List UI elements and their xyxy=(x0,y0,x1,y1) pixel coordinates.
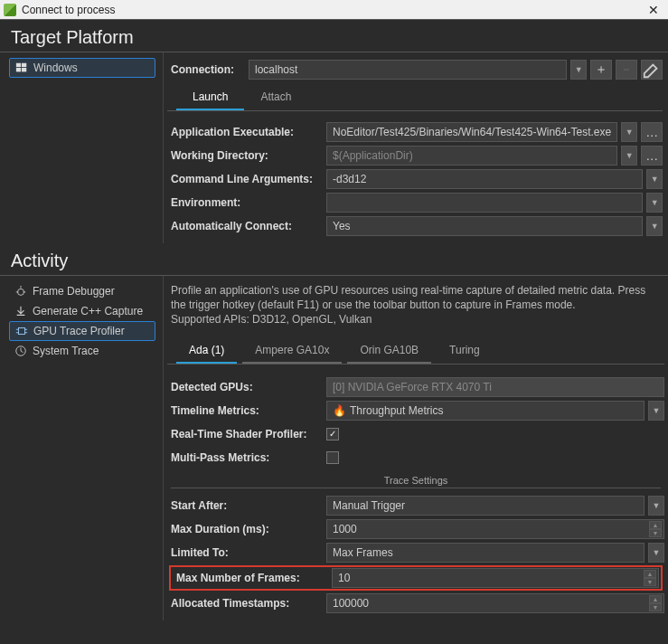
dropdown-arrow-icon[interactable]: ▼ xyxy=(570,60,587,80)
max-frames-input[interactable]: 10 ▲▼ xyxy=(332,568,659,588)
platform-windows[interactable]: Windows xyxy=(9,58,155,78)
limited-to-value: Max Frames xyxy=(333,546,393,559)
dropdown-arrow-icon[interactable]: ▼ xyxy=(621,146,637,166)
env-input[interactable] xyxy=(326,193,643,213)
start-after-dropdown[interactable]: Manual Trigger xyxy=(326,496,644,516)
gpu-tab-ampere[interactable]: Ampere GA10x xyxy=(242,338,342,364)
multipass-checkbox[interactable] xyxy=(326,451,339,464)
spin-up-icon[interactable]: ▲ xyxy=(649,595,662,603)
auto-connect-label: Automatically Connect: xyxy=(167,220,323,232)
activity-label: System Trace xyxy=(33,345,99,357)
max-frames-highlight: Max Number of Frames: 10 ▲▼ xyxy=(169,565,663,591)
timeline-metrics-label: Timeline Metrics: xyxy=(167,404,323,417)
desc-line1: Profile an application's use of GPU reso… xyxy=(171,284,645,311)
window-title: Connect to process xyxy=(22,4,643,16)
limited-to-label: Limited To: xyxy=(167,546,323,559)
activity-description: Profile an application's use of GPU reso… xyxy=(167,281,664,333)
add-connection-button[interactable]: ＋ xyxy=(590,60,612,80)
tab-launch[interactable]: Launch xyxy=(176,85,244,110)
clock-icon xyxy=(14,345,27,357)
rtsp-checkbox[interactable]: ✓ xyxy=(326,428,339,440)
dropdown-arrow-icon[interactable]: ▼ xyxy=(648,401,664,421)
dropdown-arrow-icon[interactable]: ▼ xyxy=(646,193,663,213)
args-value: -d3d12 xyxy=(333,173,366,185)
max-frames-label: Max Number of Frames: xyxy=(173,572,328,584)
working-dir-input[interactable]: $(ApplicationDir) xyxy=(326,146,617,166)
gpu-tab-ada[interactable]: Ada (1) xyxy=(176,338,237,364)
max-duration-input[interactable]: 1000 ▲▼ xyxy=(326,519,664,539)
dropdown-arrow-icon[interactable]: ▼ xyxy=(621,122,637,142)
spin-up-icon[interactable]: ▲ xyxy=(649,521,662,529)
auto-connect-dropdown[interactable]: Yes xyxy=(326,216,643,236)
browse-exe-button[interactable]: … xyxy=(641,122,663,142)
close-icon[interactable]: ✕ xyxy=(643,3,664,17)
alloc-ts-label: Allocated Timestamps: xyxy=(167,597,323,610)
platform-list: Windows xyxy=(0,52,163,243)
dropdown-arrow-icon[interactable]: ▼ xyxy=(648,543,664,563)
start-after-label: Start After: xyxy=(167,499,323,512)
gpu-arch-tabs: Ada (1) Ampere GA10x Orin GA10B Turing xyxy=(167,338,664,365)
connection-host-dropdown[interactable]: localhost xyxy=(249,60,567,80)
edit-connection-button[interactable] xyxy=(641,60,663,80)
app-exe-input[interactable]: NoEditor/Test425/Binaries/Win64/Test425-… xyxy=(326,122,617,142)
activity-list: Frame Debugger Generate C++ Capture GPU … xyxy=(0,276,163,620)
max-frames-value: 10 xyxy=(338,572,350,584)
browse-wd-button[interactable]: … xyxy=(641,146,663,166)
gpu-tab-turing[interactable]: Turing xyxy=(437,338,493,364)
spin-down-icon[interactable]: ▼ xyxy=(649,529,662,537)
windows-icon xyxy=(15,62,28,74)
timeline-metrics-dropdown[interactable]: 🔥Throughput Metrics xyxy=(326,401,644,421)
activity-system-trace[interactable]: System Trace xyxy=(9,341,155,361)
timeline-metrics-value: Throughput Metrics xyxy=(350,404,443,417)
spin-up-icon[interactable]: ▲ xyxy=(644,570,656,578)
spin-down-icon[interactable]: ▼ xyxy=(649,603,662,611)
tab-attach[interactable]: Attach xyxy=(244,85,307,110)
activity-frame-debugger[interactable]: Frame Debugger xyxy=(9,281,155,301)
svg-rect-1 xyxy=(22,63,26,67)
activity-generate-cpp[interactable]: Generate C++ Capture xyxy=(9,301,155,321)
section-activity: Activity xyxy=(0,243,668,276)
window-titlebar: Connect to process ✕ xyxy=(0,0,668,20)
dropdown-arrow-icon[interactable]: ▼ xyxy=(646,216,663,236)
bug-icon xyxy=(14,285,27,298)
svg-rect-8 xyxy=(19,328,25,335)
app-exe-value: NoEditor/Test425/Binaries/Win64/Test425-… xyxy=(333,126,611,138)
detected-gpu-label: Detected GPUs: xyxy=(167,381,323,393)
download-icon xyxy=(14,305,27,317)
section-target-platform: Target Platform xyxy=(0,20,668,52)
alloc-ts-input[interactable]: 100000 ▲▼ xyxy=(326,593,664,613)
trace-settings-header: Trace Settings xyxy=(171,475,661,488)
svg-rect-0 xyxy=(16,63,21,67)
activity-label: Frame Debugger xyxy=(33,285,115,298)
dropdown-arrow-icon[interactable]: ▼ xyxy=(648,496,664,516)
svg-rect-2 xyxy=(16,68,21,71)
args-label: Command Line Arguments: xyxy=(167,173,323,185)
wd-label: Working Directory: xyxy=(167,149,323,162)
fire-icon: 🔥 xyxy=(333,404,346,417)
multipass-label: Multi-Pass Metrics: xyxy=(167,451,323,464)
svg-rect-3 xyxy=(22,68,26,71)
svg-point-4 xyxy=(18,289,24,295)
activity-label: Generate C++ Capture xyxy=(33,305,143,317)
gpu-tab-orin[interactable]: Orin GA10B xyxy=(347,338,431,364)
dropdown-arrow-icon[interactable]: ▼ xyxy=(646,169,663,189)
chip-icon xyxy=(15,325,28,337)
args-input[interactable]: -d3d12 xyxy=(326,169,643,189)
platform-label: Windows xyxy=(33,62,78,74)
start-after-value: Manual Trigger xyxy=(333,499,405,512)
desc-line2: Supported APIs: D3D12, OpenGL, Vulkan xyxy=(171,313,372,326)
max-duration-value: 1000 xyxy=(333,523,357,535)
auto-connect-value: Yes xyxy=(333,220,351,232)
app-icon xyxy=(4,4,16,16)
rtsp-label: Real-Time Shader Profiler: xyxy=(167,428,323,440)
app-exe-label: Application Executable: xyxy=(167,126,323,138)
detected-gpu-value: [0] NVIDIA GeForce RTX 4070 Ti xyxy=(326,377,664,397)
spin-down-icon[interactable]: ▼ xyxy=(644,578,656,586)
limited-to-dropdown[interactable]: Max Frames xyxy=(326,543,644,563)
activity-gpu-trace[interactable]: GPU Trace Profiler xyxy=(9,321,155,341)
env-label: Environment: xyxy=(167,196,323,209)
connection-label: Connection: xyxy=(167,63,245,76)
remove-connection-button[interactable]: － xyxy=(616,60,637,80)
wd-placeholder: $(ApplicationDir) xyxy=(333,149,413,162)
connection-tabs: Launch Attach xyxy=(167,85,663,111)
